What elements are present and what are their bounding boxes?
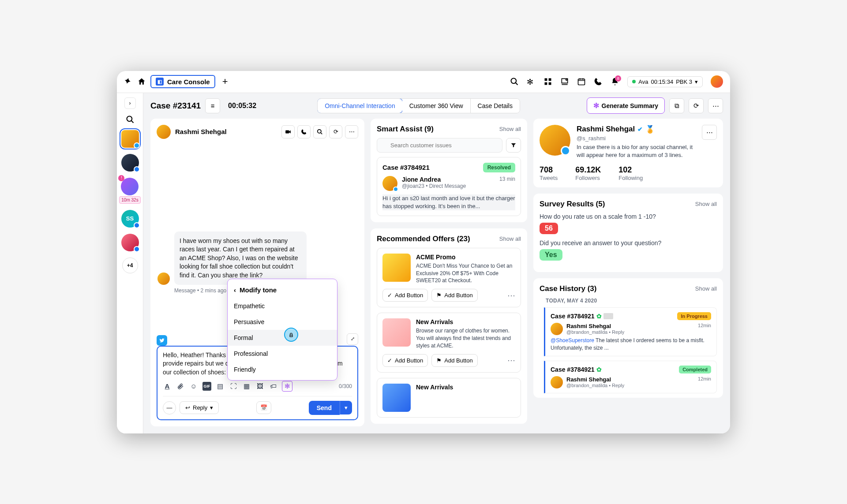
offer-image	[382, 254, 411, 282]
svg-rect-2	[549, 78, 551, 81]
offer-desc: ACME Don't Miss Your Chance to Get an Ex…	[416, 262, 515, 284]
composer-expand[interactable]: ⤢	[347, 333, 358, 345]
brand-logo	[124, 77, 133, 86]
fullscreen-icon[interactable]: ⛶	[229, 382, 238, 391]
send-button[interactable]: Send	[309, 401, 340, 415]
tab-case-details[interactable]: Case Details	[471, 99, 520, 113]
tone-empathetic[interactable]: Empathetic	[228, 298, 337, 314]
offer-item: New Arrivals Browse our range of clothes…	[377, 313, 521, 372]
profile-more[interactable]: ⋯	[702, 125, 717, 140]
calendar-icon[interactable]	[577, 77, 586, 86]
schedule-button[interactable]: 📅	[256, 401, 271, 414]
convo-avatar-1[interactable]	[121, 130, 139, 148]
survey-card: Survey Results (5) Show all How do you r…	[533, 194, 723, 272]
convo-more-button[interactable]: ⋯	[345, 125, 358, 138]
phone-icon[interactable]	[594, 77, 603, 86]
layout-button[interactable]: ⧉	[669, 98, 684, 113]
history-show-all[interactable]: Show all	[695, 285, 717, 292]
offers-show-all[interactable]: Show all	[499, 235, 521, 242]
workspace-tab[interactable]: ◧ Care Console	[150, 75, 215, 88]
status-name: Ava	[638, 78, 648, 85]
agent-status[interactable]: Ava 00:15:34 PBK 3 ▾	[627, 76, 703, 87]
more-button[interactable]: ⋯	[708, 98, 723, 113]
offers-title: Recommended Offers (23)	[377, 235, 470, 243]
convo-avatar-5[interactable]	[121, 234, 139, 251]
history-item[interactable]: Case #3784921 ✿ Completed Rashmi Shehgal…	[544, 361, 717, 393]
user-avatar[interactable]	[711, 75, 723, 88]
refresh-button[interactable]: ⟳	[689, 98, 704, 113]
chevron-down-icon: ▾	[695, 78, 698, 85]
twitter-channel-icon	[157, 335, 167, 346]
refresh-convo-button[interactable]: ⟳	[329, 125, 342, 138]
video-call-button[interactable]	[281, 125, 295, 138]
tone-formal[interactable]: Formal	[228, 330, 337, 346]
related-case[interactable]: Case #3784921 Resolved Jione Andrea @jio…	[377, 157, 521, 216]
image-icon[interactable]: 🖼	[255, 382, 264, 391]
profile-name: Rashmi Shehgal	[577, 125, 635, 134]
offer-add-1[interactable]: ✓ Add Button	[382, 289, 428, 302]
survey-show-all[interactable]: Show all	[695, 201, 717, 207]
tab-omni-channel[interactable]: Omni-Channel Interaction	[317, 98, 403, 113]
search-icon[interactable]	[510, 77, 519, 86]
case-user-handle: @jioan23 • Direct Message	[402, 183, 466, 189]
apps-icon[interactable]	[543, 77, 552, 86]
smart-assist-show-all[interactable]: Show all	[499, 126, 521, 132]
offer-add-2[interactable]: ⚑ Add Button	[431, 289, 477, 302]
offer-item: ACME Promo ACME Don't Miss Your Chance t…	[377, 248, 521, 307]
smart-assist-search[interactable]	[377, 138, 502, 153]
expand-rail-button[interactable]: ›	[124, 97, 136, 109]
hist-case-id: Case #3784921	[551, 313, 595, 320]
text-format-icon[interactable]: A	[163, 382, 172, 391]
view-tabs: Omni-Channel Interaction Customer 360 Vi…	[317, 98, 520, 113]
offer-item: New Arrivals	[377, 378, 521, 418]
stat-followers-lab: Followers	[575, 175, 601, 181]
tab-label: Care Console	[167, 78, 210, 86]
attachment-icon[interactable]	[176, 382, 185, 391]
minimize-button[interactable]: —	[163, 401, 176, 414]
hist-case-id: Case #3784921	[551, 366, 595, 373]
tag-icon[interactable]: 🏷	[269, 382, 277, 391]
smart-assist-title: Smart Assist (9)	[377, 125, 434, 134]
offer-title: ACME Promo	[416, 254, 515, 261]
add-tab-button[interactable]: +	[220, 76, 231, 87]
send-options-button[interactable]: ▾	[340, 401, 352, 414]
voice-call-button[interactable]	[297, 125, 311, 138]
offer-add-1[interactable]: ✓ Add Button	[382, 354, 428, 367]
convo-avatar-4[interactable]: SS	[121, 210, 139, 228]
rail-search-icon[interactable]	[126, 115, 135, 124]
generate-summary-button[interactable]: ✻Generate Summary	[587, 97, 665, 114]
search-convo-button[interactable]	[313, 125, 326, 138]
hist-avatar	[551, 376, 563, 388]
case-user-avatar	[382, 176, 397, 191]
svg-rect-3	[545, 82, 547, 85]
tone-persuasive[interactable]: Persuasive	[228, 314, 337, 330]
note-icon[interactable]: ▦	[242, 382, 251, 391]
home-icon[interactable]	[137, 77, 146, 86]
ai-assist-icon[interactable]: ✻	[282, 381, 292, 392]
svg-rect-1	[545, 78, 547, 81]
filter-button[interactable]	[506, 138, 521, 153]
offer-more[interactable]: ⋯	[507, 355, 515, 365]
svg-point-6	[127, 116, 132, 121]
tone-friendly[interactable]: Friendly	[228, 362, 337, 377]
convo-more[interactable]: +4	[122, 258, 138, 273]
tone-back[interactable]: ‹ Modify tone	[228, 282, 337, 298]
offer-more[interactable]: ⋯	[507, 291, 515, 300]
offer-add-2[interactable]: ⚑ Add Button	[431, 354, 477, 367]
profile-avatar	[540, 125, 570, 156]
table-icon[interactable]: ▤	[216, 382, 225, 391]
tone-professional[interactable]: Professional	[228, 346, 337, 362]
notifications-icon[interactable]: 8	[611, 77, 619, 86]
convo-avatar-2[interactable]	[121, 154, 139, 172]
sparkle-icon[interactable]: ✻	[527, 77, 536, 86]
case-menu-button[interactable]: ≡	[205, 98, 220, 113]
compose-icon[interactable]	[560, 77, 569, 86]
hist-avatar	[551, 323, 563, 335]
emoji-icon[interactable]: ☺	[189, 382, 198, 391]
gif-icon[interactable]: GIF	[202, 382, 211, 391]
reply-type-button[interactable]: ↩ Reply ▾	[180, 401, 219, 414]
convo-avatar-3[interactable]: !	[121, 178, 139, 195]
tab-customer-360[interactable]: Customer 360 View	[402, 99, 471, 113]
tone-popover: ‹ Modify tone Empathetic Persuasive Form…	[227, 279, 337, 381]
history-item[interactable]: Case #3784921 ✿ In Progress Rashmi Shehg…	[544, 307, 717, 357]
